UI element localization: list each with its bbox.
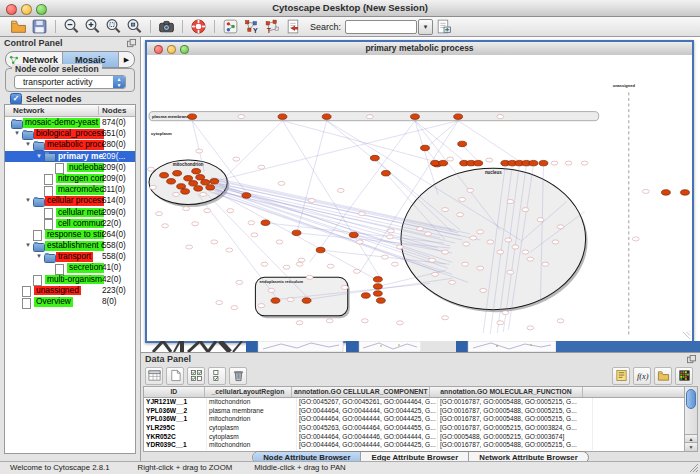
node-label[interactable] bbox=[258, 165, 265, 169]
expander-icon[interactable]: ▼ bbox=[36, 153, 42, 159]
compartment-nucleus[interactable] bbox=[401, 168, 586, 309]
node-label[interactable] bbox=[486, 158, 493, 162]
gene-node[interactable] bbox=[681, 190, 690, 195]
node-label[interactable] bbox=[522, 250, 529, 254]
node-label[interactable] bbox=[507, 270, 514, 274]
node-label[interactable] bbox=[150, 185, 157, 189]
tree-row[interactable]: cell communicat22(0) bbox=[5, 218, 135, 229]
zoom-button[interactable] bbox=[36, 4, 47, 15]
node-label[interactable] bbox=[306, 275, 313, 279]
tree-row[interactable]: secretion41(0) bbox=[5, 262, 135, 273]
node-label[interactable] bbox=[327, 264, 334, 268]
delete-attribute-icon[interactable] bbox=[229, 367, 247, 385]
gene-node[interactable] bbox=[373, 277, 382, 282]
node-label[interactable] bbox=[186, 245, 193, 249]
node-label[interactable] bbox=[581, 161, 588, 165]
tree-row[interactable]: ▼establishment of lo558(0) bbox=[5, 240, 135, 251]
node-label[interactable] bbox=[467, 188, 474, 192]
node-label[interactable] bbox=[442, 316, 449, 320]
gene-node[interactable] bbox=[177, 184, 186, 189]
table-header[interactable]: annotation.GO CELLULAR_COMPONENT bbox=[292, 387, 430, 397]
node-label[interactable] bbox=[268, 288, 275, 292]
zoom-fit-icon[interactable] bbox=[105, 18, 122, 35]
node-label[interactable] bbox=[148, 167, 155, 171]
open-file-icon[interactable] bbox=[10, 18, 27, 35]
gene-node[interactable] bbox=[189, 181, 198, 186]
table-row[interactable]: YJR121W__1mitochondrion[GO:0045267, GO:0… bbox=[144, 398, 687, 407]
gene-node[interactable] bbox=[431, 160, 440, 165]
node-label[interactable] bbox=[425, 232, 432, 236]
scroll-down-button[interactable]: ▼ bbox=[685, 442, 697, 451]
table-row[interactable]: YKR052Ccytoplasm[GO:0044464, GO:0044446,… bbox=[144, 433, 687, 442]
expander-icon[interactable]: ▼ bbox=[25, 197, 31, 203]
tree-col-network[interactable]: Network bbox=[13, 105, 45, 116]
node-label[interactable] bbox=[459, 197, 466, 201]
tree-row[interactable]: multi-organism pro42(0) bbox=[5, 274, 135, 285]
table-row[interactable]: YPL036W__2plasma membrane[GO:0044464, GO… bbox=[144, 407, 687, 416]
gene-node[interactable] bbox=[539, 160, 548, 165]
edge[interactable] bbox=[206, 181, 438, 248]
edge[interactable] bbox=[214, 121, 458, 182]
edge[interactable] bbox=[415, 121, 438, 195]
save-icon[interactable] bbox=[31, 18, 48, 35]
node-label[interactable] bbox=[200, 192, 207, 196]
gene-node[interactable] bbox=[381, 171, 390, 176]
node-label[interactable] bbox=[298, 258, 305, 262]
node-label[interactable] bbox=[397, 245, 404, 249]
gene-node[interactable] bbox=[373, 284, 382, 289]
node-label[interactable] bbox=[261, 262, 268, 266]
tree-row[interactable]: nucleobase-209(0) bbox=[5, 162, 135, 173]
node-label[interactable] bbox=[196, 149, 203, 153]
node-label[interactable] bbox=[565, 161, 572, 165]
gene-node[interactable] bbox=[192, 168, 201, 173]
net-minimize-button[interactable] bbox=[167, 45, 176, 54]
network-canvas[interactable]: plasma membranecytoplasmmitochondrionnuc… bbox=[147, 55, 692, 341]
node-label[interactable] bbox=[449, 280, 456, 284]
select-attributes-icon[interactable] bbox=[187, 367, 205, 385]
node-label[interactable] bbox=[353, 269, 360, 273]
zoom-selected-icon[interactable] bbox=[126, 18, 143, 35]
node-label[interactable] bbox=[341, 285, 348, 289]
node-label[interactable] bbox=[557, 225, 564, 229]
gene-node[interactable] bbox=[210, 179, 219, 184]
gene-node[interactable] bbox=[206, 185, 215, 190]
edge-layout-icon[interactable]: T bbox=[264, 18, 281, 35]
node-label[interactable] bbox=[480, 288, 487, 292]
node-label[interactable] bbox=[477, 230, 484, 234]
tree-row[interactable]: unassigned223(0) bbox=[5, 285, 135, 296]
gene-node[interactable] bbox=[373, 291, 382, 296]
node-label[interactable] bbox=[442, 250, 449, 254]
node-label[interactable] bbox=[507, 200, 514, 204]
node-label[interactable] bbox=[216, 301, 223, 305]
tree-row[interactable]: nitrogen compo209(0) bbox=[5, 173, 135, 184]
node-label[interactable] bbox=[477, 266, 484, 270]
node-label[interactable] bbox=[497, 115, 504, 119]
matrix-icon[interactable] bbox=[675, 367, 693, 385]
network-window-titlebar[interactable]: primary metabolic process bbox=[147, 42, 692, 56]
node-label[interactable] bbox=[391, 262, 398, 266]
node-label[interactable] bbox=[386, 235, 393, 239]
tree-row[interactable]: ▼primary metabo209(... bbox=[5, 151, 135, 162]
gene-node[interactable] bbox=[529, 160, 538, 165]
float-panel-icon[interactable] bbox=[127, 39, 136, 48]
node-label[interactable] bbox=[283, 265, 290, 269]
edge[interactable] bbox=[225, 121, 282, 178]
node-label[interactable] bbox=[251, 233, 258, 237]
gene-node[interactable] bbox=[271, 298, 280, 303]
network-view-window[interactable]: primary metabolic process plasma membran… bbox=[145, 40, 694, 343]
gene-node[interactable] bbox=[181, 189, 190, 194]
import-annotation-icon[interactable] bbox=[435, 18, 452, 35]
tree-row[interactable]: macromolecule311(0) bbox=[5, 184, 135, 195]
node-label[interactable] bbox=[429, 258, 436, 262]
node-label[interactable] bbox=[505, 238, 512, 242]
tab-overflow-button[interactable]: ▶ bbox=[119, 52, 134, 67]
gene-node[interactable] bbox=[173, 171, 182, 176]
search-input[interactable] bbox=[345, 20, 417, 34]
gene-node[interactable] bbox=[454, 114, 463, 119]
network-tab-icon[interactable] bbox=[9, 55, 19, 65]
gene-node[interactable] bbox=[411, 114, 420, 119]
node-label[interactable] bbox=[497, 321, 504, 325]
expander-icon[interactable]: ▼ bbox=[14, 130, 20, 136]
node-label[interactable] bbox=[356, 240, 363, 244]
tree-row[interactable]: mosaic-demo-yeast874(0) bbox=[5, 117, 135, 128]
